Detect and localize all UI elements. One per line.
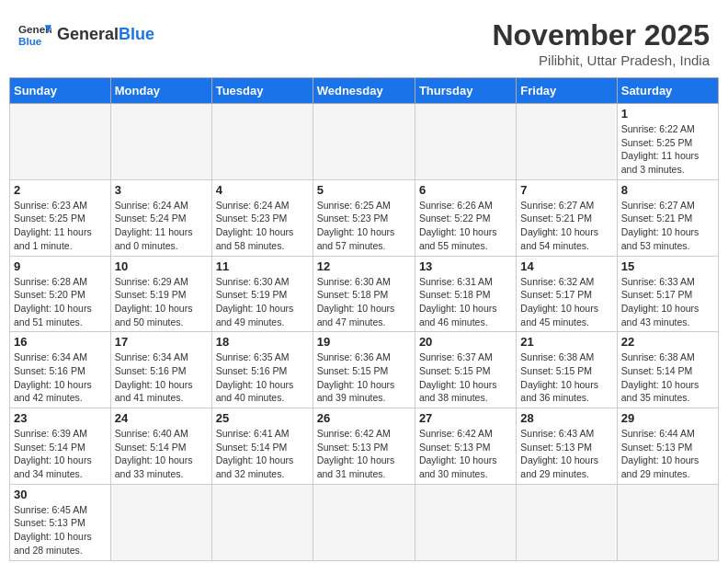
calendar-cell: 10Sunrise: 6:29 AMSunset: 5:19 PMDayligh…: [110, 256, 211, 332]
day-number: 19: [317, 335, 411, 349]
calendar-cell: 7Sunrise: 6:27 AMSunset: 5:21 PMDaylight…: [517, 179, 617, 256]
day-info: Sunrise: 6:25 AMSunset: 5:23 PMDaylight:…: [317, 199, 411, 253]
calendar-cell: 15Sunrise: 6:33 AMSunset: 5:17 PMDayligh…: [617, 256, 718, 332]
day-number: 12: [317, 259, 411, 273]
day-number: 4: [216, 183, 309, 197]
week-row-3: 16Sunrise: 6:34 AMSunset: 5:16 PMDayligh…: [10, 332, 719, 408]
day-number: 29: [621, 411, 714, 425]
day-number: 27: [419, 411, 512, 425]
calendar-cell: [517, 484, 617, 560]
day-number: 2: [14, 183, 107, 197]
day-info: Sunrise: 6:42 AMSunset: 5:13 PMDaylight:…: [317, 427, 411, 481]
calendar-cell: [415, 484, 516, 560]
day-of-week-tuesday: Tuesday: [211, 78, 313, 104]
day-info: Sunrise: 6:34 AMSunset: 5:16 PMDaylight:…: [115, 350, 208, 405]
calendar-cell: 22Sunrise: 6:38 AMSunset: 5:14 PMDayligh…: [617, 332, 718, 408]
day-number: 1: [621, 107, 714, 121]
day-info: Sunrise: 6:30 AMSunset: 5:19 PMDaylight:…: [216, 275, 309, 329]
calendar-cell: 14Sunrise: 6:32 AMSunset: 5:17 PMDayligh…: [517, 256, 617, 332]
day-info: Sunrise: 6:31 AMSunset: 5:18 PMDaylight:…: [419, 275, 512, 329]
calendar-cell: 13Sunrise: 6:31 AMSunset: 5:18 PMDayligh…: [415, 256, 516, 332]
calendar-cell: 6Sunrise: 6:26 AMSunset: 5:22 PMDaylight…: [415, 179, 516, 256]
day-info: Sunrise: 6:28 AMSunset: 5:20 PMDaylight:…: [14, 275, 107, 329]
day-number: 9: [14, 259, 107, 273]
day-info: Sunrise: 6:37 AMSunset: 5:15 PMDaylight:…: [419, 350, 512, 405]
day-info: Sunrise: 6:43 AMSunset: 5:13 PMDaylight:…: [520, 427, 612, 481]
calendar-cell: 16Sunrise: 6:34 AMSunset: 5:16 PMDayligh…: [10, 332, 111, 408]
days-of-week-row: SundayMondayTuesdayWednesdayThursdayFrid…: [10, 78, 719, 104]
header: General Blue GeneralBlue November 2025 P…: [9, 9, 719, 73]
day-info: Sunrise: 6:24 AMSunset: 5:23 PMDaylight:…: [216, 199, 309, 253]
calendar-cell: 28Sunrise: 6:43 AMSunset: 5:13 PMDayligh…: [517, 408, 617, 485]
week-row-1: 2Sunrise: 6:23 AMSunset: 5:25 PMDaylight…: [10, 179, 719, 256]
calendar-cell: [211, 484, 313, 560]
day-info: Sunrise: 6:39 AMSunset: 5:14 PMDaylight:…: [14, 427, 107, 481]
day-of-week-thursday: Thursday: [415, 78, 516, 104]
day-of-week-monday: Monday: [110, 78, 211, 104]
day-of-week-friday: Friday: [517, 78, 617, 104]
calendar-cell: [313, 104, 415, 180]
day-number: 11: [216, 259, 309, 273]
svg-text:Blue: Blue: [18, 35, 42, 47]
calendar-cell: [517, 104, 617, 180]
day-number: 8: [621, 183, 714, 197]
calendar-cell: 3Sunrise: 6:24 AMSunset: 5:24 PMDaylight…: [110, 179, 211, 256]
calendar-cell: 29Sunrise: 6:44 AMSunset: 5:13 PMDayligh…: [617, 408, 718, 485]
logo-general-text: GeneralBlue: [57, 26, 154, 44]
day-info: Sunrise: 6:27 AMSunset: 5:21 PMDaylight:…: [621, 199, 714, 253]
day-number: 10: [115, 259, 208, 273]
day-of-week-wednesday: Wednesday: [313, 78, 415, 104]
day-number: 6: [419, 183, 512, 197]
calendar-cell: 26Sunrise: 6:42 AMSunset: 5:13 PMDayligh…: [313, 408, 415, 485]
calendar-cell: [617, 484, 718, 560]
location: Pilibhit, Uttar Pradesh, India: [492, 52, 710, 68]
week-row-2: 9Sunrise: 6:28 AMSunset: 5:20 PMDaylight…: [10, 256, 719, 332]
day-number: 26: [317, 411, 411, 425]
generalblue-logo-icon: General Blue: [18, 18, 51, 52]
calendar-cell: [415, 104, 516, 180]
day-number: 24: [115, 411, 208, 425]
calendar: SundayMondayTuesdayWednesdayThursdayFrid…: [9, 77, 719, 561]
calendar-cell: 18Sunrise: 6:35 AMSunset: 5:16 PMDayligh…: [211, 332, 313, 408]
month-title: November 2025: [492, 18, 710, 52]
day-of-week-saturday: Saturday: [617, 78, 718, 104]
calendar-cell: 8Sunrise: 6:27 AMSunset: 5:21 PMDaylight…: [617, 179, 718, 256]
calendar-cell: 9Sunrise: 6:28 AMSunset: 5:20 PMDaylight…: [10, 256, 111, 332]
day-info: Sunrise: 6:42 AMSunset: 5:13 PMDaylight:…: [419, 427, 512, 481]
day-info: Sunrise: 6:40 AMSunset: 5:14 PMDaylight:…: [115, 427, 208, 481]
day-number: 5: [317, 183, 411, 197]
calendar-cell: [110, 484, 211, 560]
calendar-cell: 27Sunrise: 6:42 AMSunset: 5:13 PMDayligh…: [415, 408, 516, 485]
day-info: Sunrise: 6:23 AMSunset: 5:25 PMDaylight:…: [14, 199, 107, 253]
calendar-cell: 19Sunrise: 6:36 AMSunset: 5:15 PMDayligh…: [313, 332, 415, 408]
calendar-cell: [211, 104, 313, 180]
day-info: Sunrise: 6:24 AMSunset: 5:24 PMDaylight:…: [115, 199, 208, 253]
day-info: Sunrise: 6:30 AMSunset: 5:18 PMDaylight:…: [317, 275, 411, 329]
week-row-0: 1Sunrise: 6:22 AMSunset: 5:25 PMDaylight…: [10, 104, 719, 180]
day-number: 28: [520, 411, 612, 425]
day-info: Sunrise: 6:38 AMSunset: 5:15 PMDaylight:…: [520, 350, 612, 405]
day-info: Sunrise: 6:27 AMSunset: 5:21 PMDaylight:…: [520, 199, 612, 253]
day-number: 17: [115, 335, 208, 349]
logo: General Blue GeneralBlue: [18, 18, 154, 52]
calendar-header: SundayMondayTuesdayWednesdayThursdayFrid…: [10, 78, 719, 104]
day-number: 21: [520, 335, 612, 349]
calendar-cell: 5Sunrise: 6:25 AMSunset: 5:23 PMDaylight…: [313, 179, 415, 256]
day-number: 7: [520, 183, 612, 197]
calendar-cell: 17Sunrise: 6:34 AMSunset: 5:16 PMDayligh…: [110, 332, 211, 408]
day-info: Sunrise: 6:34 AMSunset: 5:16 PMDaylight:…: [14, 350, 107, 405]
calendar-cell: 1Sunrise: 6:22 AMSunset: 5:25 PMDaylight…: [617, 104, 718, 180]
day-info: Sunrise: 6:41 AMSunset: 5:14 PMDaylight:…: [216, 427, 309, 481]
day-info: Sunrise: 6:45 AMSunset: 5:13 PMDaylight:…: [14, 503, 107, 557]
day-of-week-sunday: Sunday: [10, 78, 111, 104]
calendar-cell: [110, 104, 211, 180]
day-number: 15: [621, 259, 714, 273]
day-number: 3: [115, 183, 208, 197]
day-number: 18: [216, 335, 309, 349]
calendar-cell: 4Sunrise: 6:24 AMSunset: 5:23 PMDaylight…: [211, 179, 313, 256]
calendar-cell: 25Sunrise: 6:41 AMSunset: 5:14 PMDayligh…: [211, 408, 313, 485]
calendar-cell: 2Sunrise: 6:23 AMSunset: 5:25 PMDaylight…: [10, 179, 111, 256]
calendar-cell: 11Sunrise: 6:30 AMSunset: 5:19 PMDayligh…: [211, 256, 313, 332]
day-number: 20: [419, 335, 512, 349]
day-number: 25: [216, 411, 309, 425]
